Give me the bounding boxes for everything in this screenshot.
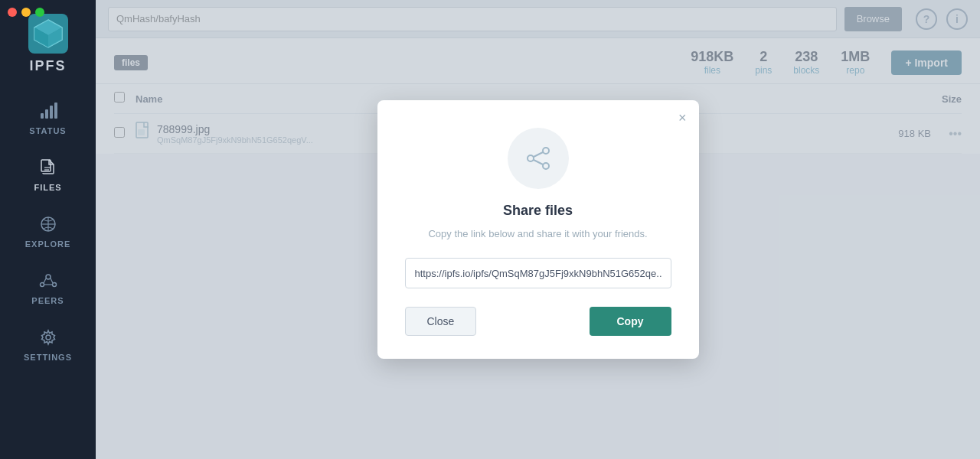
window-close-button[interactable]	[8, 8, 17, 17]
svg-point-21	[46, 335, 51, 340]
sidebar-label-status: STATUS	[29, 126, 66, 135]
svg-rect-5	[41, 113, 44, 119]
svg-point-26	[528, 155, 534, 161]
window-minimize-button[interactable]	[21, 8, 31, 17]
svg-rect-6	[45, 109, 48, 119]
modal-close-button[interactable]: ×	[678, 111, 687, 125]
status-icon	[38, 100, 59, 122]
svg-line-18	[44, 278, 46, 283]
share-icon	[523, 143, 554, 174]
svg-point-24	[543, 148, 549, 154]
sidebar-nav: STATUS FILES	[0, 90, 96, 459]
sidebar-item-peers[interactable]: PEERS	[0, 259, 96, 316]
sidebar-label-files: FILES	[34, 183, 61, 192]
svg-rect-7	[50, 106, 53, 119]
share-link-input[interactable]	[405, 258, 671, 288]
sidebar-label-settings: SETTINGS	[24, 353, 72, 362]
settings-icon	[38, 327, 59, 348]
sidebar-item-status[interactable]: STATUS	[0, 90, 96, 146]
svg-point-16	[40, 283, 44, 287]
explore-icon	[38, 213, 59, 235]
main-content: Browse ? i files 918KB files 2 pins 238 …	[96, 0, 980, 459]
share-modal: × Share files Copy the link below and sh…	[377, 100, 699, 360]
svg-line-28	[534, 160, 543, 164]
modal-actions: Close Copy	[405, 307, 671, 336]
svg-point-15	[46, 275, 51, 279]
sidebar-label-explore: EXPLORE	[25, 239, 71, 249]
app-name: IPFS	[29, 58, 66, 74]
svg-line-19	[51, 278, 53, 283]
sidebar-label-peers: PEERS	[31, 296, 64, 305]
ipfs-cube-icon	[28, 14, 68, 54]
modal-close-action-button[interactable]: Close	[405, 307, 477, 336]
files-icon	[38, 157, 59, 178]
sidebar-item-files[interactable]: FILES	[0, 146, 96, 203]
window-maximize-button[interactable]	[35, 8, 44, 17]
modal-copy-button[interactable]: Copy	[590, 307, 671, 336]
modal-overlay: × Share files Copy the link below and sh…	[96, 0, 980, 459]
svg-line-27	[534, 152, 543, 157]
modal-title: Share files	[503, 203, 573, 219]
peers-icon	[38, 270, 59, 291]
modal-subtitle: Copy the link below and share it with yo…	[428, 226, 647, 242]
svg-point-17	[52, 283, 56, 287]
modal-icon-circle	[508, 128, 569, 189]
sidebar-item-explore[interactable]: EXPLORE	[0, 203, 96, 259]
svg-point-25	[543, 163, 549, 169]
sidebar: IPFS STATUS	[0, 0, 96, 459]
svg-rect-8	[54, 103, 57, 119]
sidebar-item-settings[interactable]: SETTINGS	[0, 316, 96, 373]
